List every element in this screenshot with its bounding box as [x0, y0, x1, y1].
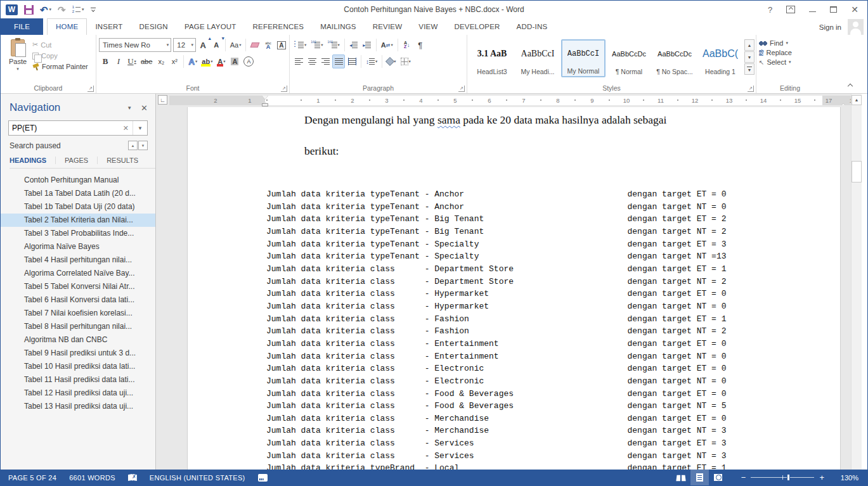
styles-scroll-up-icon[interactable]: ▲ — [744, 39, 755, 51]
right-indent-marker[interactable] — [840, 100, 846, 105]
decrease-indent-button[interactable]: ◂ — [347, 38, 360, 52]
bullets-button[interactable]: ▾ — [292, 38, 308, 52]
heading-item[interactable]: Tabel 10 Hasil prediksi data lati... — [1, 360, 155, 373]
styles-scroll-down-icon[interactable]: ▼ — [744, 51, 755, 63]
heading-item[interactable]: Tabel 12 Hasil prediksi data uji... — [1, 387, 155, 400]
tab-references[interactable]: REFERENCES — [245, 18, 313, 35]
search-options-icon[interactable]: ▼ — [133, 121, 147, 135]
justify-button[interactable] — [332, 54, 345, 68]
increase-indent-button[interactable]: ▸ — [361, 38, 373, 52]
tab-insert[interactable]: INSERT — [87, 18, 131, 35]
clear-formatting-button[interactable] — [249, 38, 261, 52]
select-button[interactable]: ↖Select▾ — [759, 58, 822, 66]
styles-dialog-launcher-icon[interactable]: ↘ — [748, 86, 754, 92]
align-center-button[interactable] — [306, 54, 318, 68]
read-mode-button[interactable] — [672, 470, 690, 485]
page-indicator[interactable]: PAGE 5 OF 24 — [8, 474, 56, 482]
find-button[interactable]: Find▾ — [759, 39, 822, 47]
font-size-combo[interactable]: 12▾ — [173, 38, 196, 52]
maximize-icon[interactable] — [830, 6, 837, 13]
search-input[interactable] — [9, 124, 119, 132]
ribbon-display-options-icon[interactable] — [786, 6, 795, 13]
print-layout-button[interactable] — [690, 470, 709, 485]
heading-item[interactable]: Tabel 8 Hasil perhitungan nilai... — [1, 320, 155, 333]
heading-item[interactable]: Algorima Correlated Naïve Bay... — [1, 267, 155, 280]
phonetic-guide-button[interactable]: abcA — [262, 38, 275, 52]
heading-item[interactable]: Algoritma NB dan CNBC — [1, 333, 155, 347]
sort-button[interactable]: AZ↓ — [401, 38, 413, 52]
shading-button[interactable]: ▾ — [385, 54, 398, 68]
next-result-icon[interactable]: ▼ — [138, 141, 148, 150]
zoom-in-button[interactable]: + — [814, 473, 829, 482]
multilevel-list-button[interactable]: ▾ — [326, 38, 342, 52]
nav-tab-headings[interactable]: HEADINGS — [10, 157, 56, 164]
scroll-up-icon[interactable]: ▲ — [852, 95, 862, 105]
heading-item[interactable]: Algorima Naïve Bayes — [1, 240, 155, 253]
numbered-list-button[interactable]: 12 ▾ — [72, 6, 84, 13]
zoom-level[interactable]: 130% — [837, 474, 858, 482]
paste-button[interactable]: Paste ▾ — [3, 38, 32, 83]
tab-selector[interactable]: ∟ — [158, 95, 167, 105]
heading-item[interactable]: Tabel 5 Tabel Konversi Nilai Atr... — [1, 280, 155, 293]
close-icon[interactable]: ✕ — [851, 4, 858, 15]
tab-file[interactable]: FILE — [1, 18, 43, 35]
language-indicator[interactable]: ENGLISH (UNITED STATES) — [150, 474, 245, 482]
text-effects-button[interactable]: A▾ — [186, 54, 199, 68]
style-headlist3[interactable]: 3.1 AaBHeadList3 — [470, 39, 514, 77]
tab-review[interactable]: REVIEW — [365, 18, 411, 35]
tab-view[interactable]: VIEW — [410, 18, 446, 35]
styles-more-icon[interactable]: ▼ — [744, 63, 755, 75]
cut-button[interactable]: ✂Cut — [32, 41, 88, 49]
redo-button[interactable]: ↶ — [58, 5, 66, 15]
zoom-slider-thumb[interactable] — [787, 474, 790, 481]
italic-button[interactable]: I — [112, 54, 125, 68]
document-page[interactable]: Dengan mengulangi hal yang sama pada ke … — [187, 107, 841, 470]
font-dialog-launcher-icon[interactable]: ↘ — [281, 86, 287, 92]
style--normal[interactable]: AaBbCcDc¶ Normal — [607, 39, 651, 77]
shrink-font-button[interactable]: A▼ — [210, 38, 223, 52]
collapse-ribbon-icon[interactable] — [848, 82, 853, 88]
clear-search-icon[interactable]: ✕ — [119, 124, 133, 132]
zoom-out-button[interactable]: − — [736, 473, 751, 482]
replace-button[interactable]: abacReplace — [759, 49, 822, 56]
copy-button[interactable]: Copy — [32, 52, 88, 60]
strikethrough-button[interactable]: abe — [139, 54, 154, 68]
clipboard-dialog-launcher-icon[interactable]: ↘ — [87, 86, 94, 92]
show-paragraph-marks-button[interactable]: ¶ — [414, 38, 427, 52]
word-count[interactable]: 6601 WORDS — [69, 474, 115, 482]
heading-item[interactable]: Tabel 3 Tabel Probabilitas Inde... — [1, 227, 155, 240]
macro-recording-icon[interactable] — [258, 474, 268, 482]
scrollbar-thumb[interactable] — [852, 161, 862, 182]
proofing-errors-icon[interactable] — [128, 474, 137, 481]
tab-home[interactable]: HOME — [47, 18, 87, 35]
tab-add-ins[interactable]: ADD-INS — [508, 18, 556, 35]
word-icon[interactable]: W — [6, 4, 18, 15]
minimize-icon[interactable] — [809, 11, 816, 12]
heading-item[interactable]: Tabel 11 Hasil prediksi data lati... — [1, 373, 155, 387]
style-my-headi-[interactable]: AaBbCcIMy Headi... — [515, 39, 560, 77]
navigation-close-icon[interactable]: ✕ — [141, 103, 148, 113]
heading-item[interactable]: Tabel 7 Nilai koefisien korelasi... — [1, 307, 155, 320]
numbering-button[interactable]: ▾ — [309, 38, 325, 52]
distribute-button[interactable] — [346, 54, 358, 68]
asian-layout-button[interactable]: A⇄▾ — [379, 38, 395, 52]
style--no-spac-[interactable]: AaBbCcDc¶ No Spac... — [652, 39, 697, 77]
tab-mailings[interactable]: MAILINGS — [312, 18, 365, 35]
underline-button[interactable]: U▾ — [126, 54, 138, 68]
previous-result-icon[interactable]: ▲ — [128, 141, 138, 150]
tab-page-layout[interactable]: PAGE LAYOUT — [176, 18, 245, 35]
character-border-button[interactable]: A — [275, 38, 288, 52]
save-icon[interactable] — [24, 5, 34, 15]
style-my-normal[interactable]: AaBbCcIMy Normal — [561, 39, 606, 77]
subscript-button[interactable]: x₂ — [155, 54, 167, 68]
change-case-button[interactable]: Aa▾ — [228, 38, 243, 52]
font-color-button[interactable]: A▾ — [215, 54, 228, 68]
enclose-characters-button[interactable]: A — [242, 54, 256, 68]
tab-developer[interactable]: DEVELOPER — [446, 18, 508, 35]
zoom-slider[interactable] — [751, 477, 814, 478]
help-icon[interactable]: ? — [768, 5, 772, 15]
superscript-button[interactable]: x² — [168, 54, 181, 68]
format-painter-button[interactable]: Format Painter — [32, 63, 88, 70]
heading-item[interactable]: Tabel 1b Tabel Data Uji (20 data) — [1, 200, 155, 214]
align-right-button[interactable] — [319, 54, 332, 68]
